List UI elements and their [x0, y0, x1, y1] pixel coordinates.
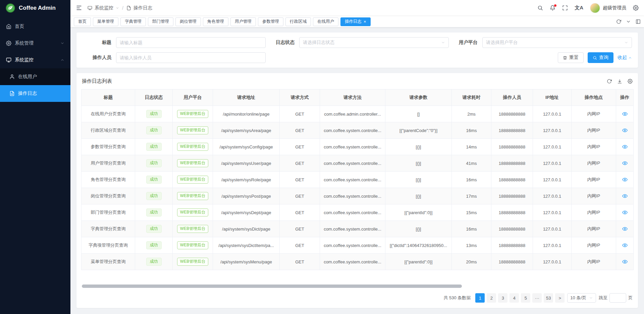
tab[interactable]: 参数管理 × — [258, 17, 283, 26]
tab-label: 操作日志 — [345, 19, 362, 24]
cell-platform: WEB管理后台 — [173, 188, 213, 204]
table-row[interactable]: 菜单管理分页查询 成功 WEB管理后台 /api/system/sysMenu/… — [82, 254, 634, 270]
operator-input[interactable] — [120, 55, 262, 60]
view-detail-eye-icon[interactable] — [622, 193, 628, 199]
table-row[interactable]: 行政区域分页查询 成功 WEB管理后台 /api/system/sysArea/… — [82, 122, 634, 139]
view-detail-eye-icon[interactable] — [622, 161, 628, 166]
cell-title: 字典管理分页查询 — [82, 221, 135, 237]
view-detail-eye-icon[interactable] — [622, 144, 628, 149]
tab[interactable]: 字典管理 × — [120, 17, 146, 26]
export-icon[interactable] — [617, 79, 622, 84]
page-button[interactable]: 53 — [544, 293, 553, 303]
table-row[interactable]: 在线用户分页查询 成功 WEB管理后台 /api/monitor/online/… — [82, 106, 634, 122]
sidebar-item-online-users[interactable]: 在线用户 — [0, 68, 70, 85]
tab-close-icon[interactable]: × — [364, 19, 366, 24]
cell-duration: 16ms — [452, 172, 491, 188]
sidebar-item-system-monitor[interactable]: 系统监控 — [0, 52, 70, 68]
platform-badge: WEB管理后台 — [177, 258, 208, 266]
cell-platform: WEB管理后台 — [173, 106, 213, 122]
status-badge: 成功 — [146, 258, 162, 266]
cell-ip: 127.0.0.1 — [533, 204, 572, 221]
tab[interactable]: 行政区域 × — [285, 17, 311, 26]
table-row[interactable]: 用户管理分页查询 成功 WEB管理后台 /api/system/sysUser/… — [82, 155, 634, 172]
column-header: 请求参数 — [385, 89, 452, 106]
refresh-icon[interactable] — [607, 79, 612, 84]
page-button[interactable]: ··· — [532, 293, 542, 303]
cell-request-method: GET — [280, 254, 320, 270]
platform-badge: WEB管理后台 — [177, 159, 208, 167]
breadcrumb-item-monitor[interactable]: 系统监控 — [95, 5, 113, 11]
column-header: 用户平台 — [173, 89, 213, 106]
view-detail-eye-icon[interactable] — [622, 128, 628, 133]
filter-group-operator: 操作人员 — [83, 52, 266, 63]
tab-label: 在线用户 — [317, 19, 334, 24]
view-detail-eye-icon[interactable] — [622, 177, 628, 182]
sidebar-item-operation-log[interactable]: 操作日志 — [0, 85, 70, 102]
cell-handler: com.coffee.system.controlle... — [320, 237, 385, 254]
page-button[interactable]: 1 — [475, 293, 485, 303]
table-row[interactable]: 岗位管理分页查询 成功 WEB管理后台 /api/system/sysPost/… — [82, 188, 634, 204]
refresh-icon[interactable] — [616, 19, 621, 24]
tab[interactable]: 用户管理 × — [230, 17, 256, 26]
reset-button[interactable]: 重置 — [558, 52, 584, 63]
sidebar-item-home[interactable]: 首页 — [0, 18, 70, 35]
tab[interactable]: 岗位管理 × — [175, 17, 201, 26]
avatar[interactable] — [590, 3, 600, 13]
filter-row-2: 操作人员 重置 — [83, 52, 632, 63]
cell-handler: com.coffee.system.controlle... — [320, 139, 385, 155]
view-detail-eye-icon[interactable] — [622, 259, 628, 264]
cell-params: [{}] — [385, 188, 452, 204]
view-detail-eye-icon[interactable] — [622, 226, 628, 232]
tab[interactable]: 在线用户 × — [313, 17, 338, 26]
search-icon[interactable] — [537, 5, 543, 11]
fullscreen-icon[interactable] — [562, 5, 568, 11]
settings-gear-icon[interactable] — [633, 5, 639, 11]
cell-operator: 18888888888 — [491, 254, 533, 270]
page-button[interactable]: 2 — [487, 293, 496, 303]
tab[interactable]: 操作日志 × — [340, 17, 371, 26]
cell-title: 角色管理分页查询 — [82, 172, 135, 188]
cell-log-status: 成功 — [135, 254, 173, 270]
page-button[interactable]: 4 — [509, 293, 519, 303]
horizontal-scrollbar-thumb[interactable] — [82, 285, 462, 288]
table-row[interactable]: 参数管理分页查询 成功 WEB管理后台 /api/system/sysConfi… — [82, 139, 634, 155]
chevron-down-icon[interactable] — [626, 19, 631, 24]
cell-operator: 18888888888 — [491, 106, 533, 122]
cell-location: 内网IP — [572, 221, 616, 237]
query-button[interactable]: 查询 — [588, 52, 613, 63]
notification-bell-icon[interactable] — [550, 5, 555, 11]
language-icon[interactable]: 文A — [575, 5, 583, 11]
collapse-link[interactable]: 收起 — [618, 55, 632, 61]
page-button[interactable]: 5 — [521, 293, 530, 303]
log-status-select[interactable]: 请选择日志状态 — [299, 37, 449, 48]
page-jump: 跳至 页 — [599, 293, 633, 303]
column-settings-icon[interactable] — [628, 79, 633, 84]
table-row[interactable]: 角色管理分页查询 成功 WEB管理后台 /api/system/sysRole/… — [82, 172, 634, 188]
layout-icon[interactable] — [636, 19, 641, 24]
app-logo-row[interactable]: Coffee Admin — [0, 0, 70, 16]
user-menu[interactable]: 超级管理员 — [590, 3, 626, 13]
view-detail-eye-icon[interactable] — [622, 210, 628, 215]
view-detail-eye-icon[interactable] — [622, 111, 628, 117]
menu-fold-icon[interactable] — [76, 5, 82, 11]
jump-page-input[interactable] — [609, 293, 626, 303]
page-size-select[interactable]: 10 条/页 — [567, 293, 596, 303]
user-platform-select[interactable]: 请选择用户平台 — [482, 37, 632, 48]
table-row[interactable]: 字典管理分页查询 成功 WEB管理后台 /api/system/sysDict/… — [82, 221, 634, 237]
table-row[interactable]: 字典项管理分页查询 成功 WEB管理后台 /api/system/sysDict… — [82, 237, 634, 254]
sidebar-item-system-mgmt[interactable]: 系统管理 — [0, 35, 70, 52]
view-detail-eye-icon[interactable] — [622, 243, 628, 248]
page-button[interactable]: 3 — [498, 293, 507, 303]
tab[interactable]: 菜单管理 × — [93, 17, 118, 26]
tab[interactable]: 首页 × — [74, 17, 91, 26]
cell-platform: WEB管理后台 — [173, 221, 213, 237]
tab[interactable]: 角色管理 × — [203, 17, 228, 26]
title-input[interactable] — [120, 40, 262, 45]
cell-log-status: 成功 — [135, 106, 173, 122]
table-row[interactable]: 部门管理分页查询 成功 WEB管理后台 /api/system/sysDept/… — [82, 204, 634, 221]
page-button[interactable]: > — [555, 293, 565, 303]
cell-params: [{}] — [385, 221, 452, 237]
reset-button-label: 重置 — [569, 55, 579, 61]
cell-operator: 18888888888 — [491, 172, 533, 188]
tab[interactable]: 部门管理 × — [148, 17, 173, 26]
